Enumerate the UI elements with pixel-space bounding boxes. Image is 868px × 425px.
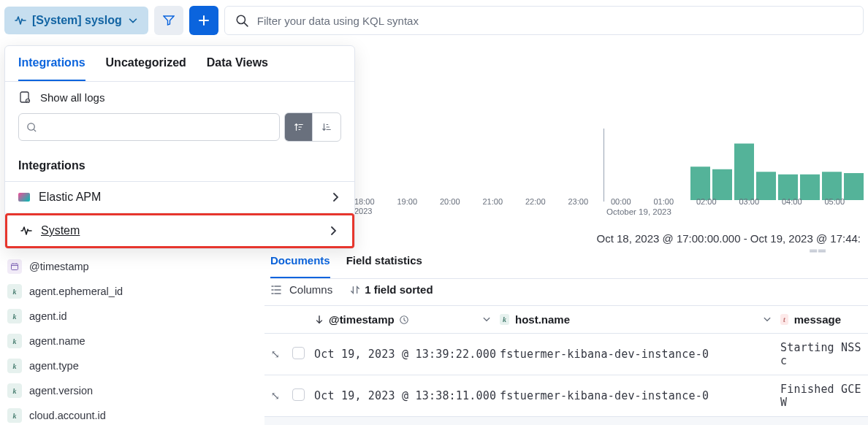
add-filter-button[interactable] (189, 6, 218, 35)
expand-icon[interactable]: ⤢ (269, 350, 282, 359)
col-menu-button[interactable] (763, 313, 780, 326)
table-header: @timestamp k host.name t message (264, 306, 868, 334)
keyword-field-icon: k (7, 309, 22, 323)
arrow-down-icon[interactable] (314, 315, 324, 325)
svg-rect-12 (844, 173, 864, 200)
data-view-selector[interactable]: [System] syslog (4, 7, 148, 34)
field-item[interactable]: kagent.ephemeral_id (4, 279, 260, 304)
keyword-field-icon: k (7, 334, 22, 348)
axis-tick: 01:00 (654, 197, 674, 206)
filter-button[interactable] (154, 6, 183, 35)
calendar-icon (7, 259, 22, 274)
expand-icon[interactable]: ⤢ (269, 391, 282, 401)
row-checkbox[interactable] (292, 388, 305, 401)
svg-rect-4 (12, 264, 18, 269)
data-view-label: [System] syslog (32, 14, 122, 27)
columns-icon[interactable] (270, 284, 282, 296)
row-checkbox[interactable] (292, 347, 305, 359)
field-item[interactable]: kcloud.account.id (4, 403, 260, 425)
table-row[interactable]: ⤢Oct 19, 2023 @ 13:38:11.000fstuermer-ki… (264, 375, 868, 417)
svg-rect-11 (822, 172, 842, 200)
logs-icon (18, 91, 31, 104)
field-item[interactable]: kagent.type (4, 353, 260, 378)
svg-rect-8 (756, 172, 776, 200)
col-host-label[interactable]: host.name (515, 313, 570, 326)
dropdown-search[interactable] (18, 113, 280, 141)
tab-field-statistics[interactable]: Field statistics (346, 254, 422, 278)
svg-rect-7 (734, 144, 754, 200)
sort-icon (350, 285, 360, 295)
svg-rect-6 (712, 169, 732, 200)
data-view-dropdown: Integrations Uncategorized Data Views Sh… (4, 45, 355, 249)
svg-rect-5 (690, 166, 710, 200)
chart-divider (604, 129, 604, 202)
axis-tick: 21:00 (483, 197, 503, 206)
integration-elastic-apm[interactable]: Elastic APM (5, 182, 354, 213)
fields-sidebar: @timestampkagent.ephemeral_idkagent.idka… (4, 254, 260, 425)
chevron-down-icon (128, 15, 138, 26)
field-label: agent.name (29, 335, 85, 347)
integration-system[interactable]: System (5, 213, 354, 248)
field-label: agent.type (29, 360, 79, 372)
field-item[interactable]: kagent.id (4, 304, 260, 329)
show-all-logs[interactable]: Show all logs (5, 82, 354, 112)
keyword-field-icon: k (7, 359, 22, 373)
keyword-field-icon: k (7, 284, 22, 299)
axis-date-left: 2023 (354, 207, 372, 215)
keyword-field-icon: k (7, 408, 22, 423)
col-timestamp-label[interactable]: @timestamp (329, 313, 395, 326)
svg-point-2 (26, 99, 30, 103)
field-item[interactable]: kagent.name (4, 329, 260, 353)
search-icon (235, 14, 248, 27)
field-label: agent.ephemeral_id (29, 286, 123, 297)
axis-date-right: October 19, 2023 (606, 207, 671, 216)
axis-tick: 23:00 (568, 197, 589, 206)
axis-tick: 19:00 (397, 197, 418, 206)
time-range-label: Oct 18, 2023 @ 17:00:00.000 - Oct 19, 20… (576, 228, 868, 245)
tab-uncategorized[interactable]: Uncategorized (106, 56, 186, 81)
columns-label[interactable]: Columns (289, 283, 332, 296)
cell-host: fstuermer-kibana-dev-instance-0 (500, 348, 780, 361)
chevron-right-icon (330, 191, 341, 203)
axis-tick: 02:00 (696, 197, 717, 206)
axis-tick: 04:00 (782, 197, 802, 206)
kql-search-bar[interactable] (224, 6, 864, 35)
tab-data-views[interactable]: Data Views (207, 56, 268, 81)
clock-icon (399, 315, 409, 325)
tab-documents[interactable]: Documents (270, 254, 330, 278)
cell-timestamp: Oct 19, 2023 @ 13:38:11.000 (314, 389, 500, 402)
sort-asc-button[interactable] (285, 113, 313, 141)
cell-timestamp: Oct 19, 2023 @ 13:39:22.000 (314, 348, 500, 361)
sort-desc-icon (321, 122, 332, 132)
svg-point-3 (28, 123, 34, 129)
svg-rect-10 (800, 175, 820, 200)
apm-icon (18, 193, 30, 202)
sort-desc-button[interactable] (313, 113, 340, 141)
tab-integrations[interactable]: Integrations (18, 56, 85, 81)
field-item[interactable]: kagent.version (4, 378, 260, 403)
field-item[interactable]: @timestamp (4, 254, 260, 279)
table-row[interactable]: ⤢Oct 19, 2023 @ 13:39:22.000fstuermer-ki… (264, 334, 868, 375)
pulse-icon (15, 15, 26, 26)
table-row[interactable]: ⤢Oct 19, 2023 @ 13:38:11.000fstuermer-ki… (264, 417, 868, 425)
field-label: @timestamp (29, 261, 89, 272)
keyword-field-icon: k (7, 383, 22, 398)
field-label: agent.id (29, 310, 67, 322)
col-message-label[interactable]: message (794, 313, 841, 326)
cell-message: Finished GCE W (780, 383, 862, 409)
field-label: cloud.account.id (29, 410, 106, 421)
axis-tick: 03:00 (739, 197, 760, 206)
integration-label: System (41, 224, 80, 237)
sort-indicator[interactable]: 1 field sorted (350, 283, 433, 296)
kql-input[interactable] (257, 15, 853, 27)
svg-rect-9 (778, 175, 798, 200)
axis-tick: 00:00 (611, 197, 631, 206)
field-type-keyword-icon: k (500, 314, 509, 325)
col-menu-button[interactable] (482, 313, 500, 326)
integration-label: Elastic APM (39, 191, 101, 204)
axis-tick: 22:00 (525, 197, 546, 206)
histogram-bars (690, 134, 868, 202)
field-label: agent.version (29, 385, 93, 397)
sort-asc-icon (294, 122, 304, 132)
plus-icon (198, 15, 210, 26)
